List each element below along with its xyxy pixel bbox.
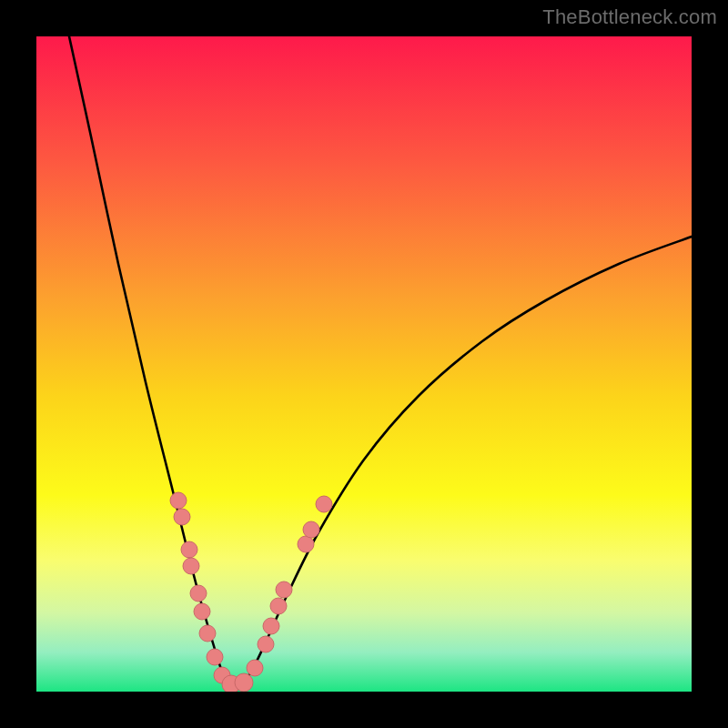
bottleneck-curve	[69, 36, 692, 685]
data-dot	[276, 581, 292, 598]
data-dot	[263, 618, 279, 634]
plot-area	[36, 36, 692, 692]
data-dot	[298, 536, 314, 552]
data-dot	[235, 673, 253, 692]
data-dot	[190, 585, 207, 602]
data-dot	[181, 541, 197, 558]
chart-frame: TheBottleneck.com	[0, 0, 728, 728]
data-dot	[270, 598, 287, 614]
data-dot	[247, 660, 263, 676]
data-dot	[183, 558, 199, 574]
data-dot	[174, 509, 190, 525]
watermark-text: TheBottleneck.com	[542, 5, 717, 29]
data-dots-group	[170, 492, 332, 692]
data-dot	[303, 521, 319, 538]
data-dot	[199, 625, 216, 642]
data-dot	[170, 492, 187, 509]
data-dot	[258, 636, 274, 652]
bottleneck-curve-layer	[36, 36, 692, 692]
data-dot	[207, 649, 223, 665]
data-dot	[316, 496, 332, 512]
data-dot	[194, 603, 210, 620]
